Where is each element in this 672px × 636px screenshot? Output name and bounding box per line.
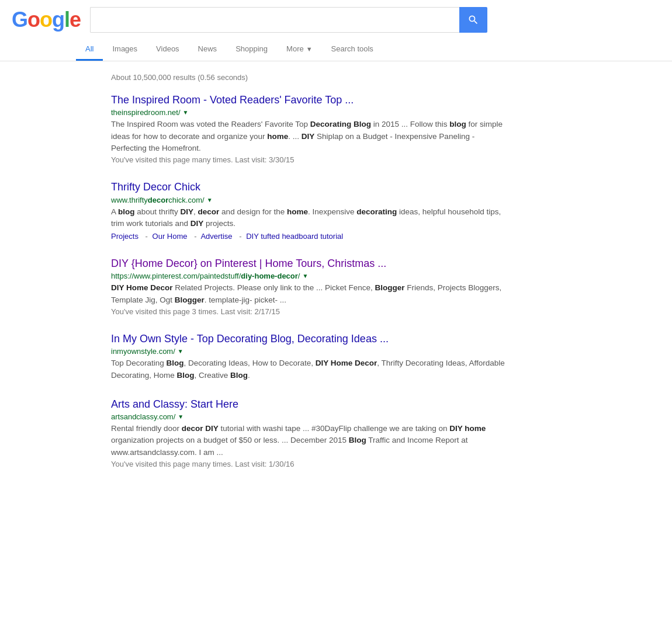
result-2: Thrifty Decor Chick www.thriftydecorchic… <box>111 180 508 241</box>
sitelink-projects[interactable]: Projects <box>111 232 138 241</box>
sitelink-diy-headboard[interactable]: DIY tufted headboard tutorial <box>246 232 343 241</box>
search-icon <box>467 14 479 26</box>
result-4-snippet: Top Decorating Blog, Decorating Ideas, H… <box>111 357 508 381</box>
search-bar: diy home decor blog <box>90 7 487 33</box>
main-content: About 10,500,000 results (0.56 seconds) … <box>0 61 672 636</box>
result-2-sitelinks: Projects - Our Home - Advertise - DIY tu… <box>111 232 508 241</box>
result-1-visit-info: You've visited this page many times. Las… <box>111 155 508 164</box>
more-dropdown-arrow: ▼ <box>306 46 313 53</box>
result-4: In My Own Style - Top Decorating Blog, D… <box>111 332 508 381</box>
result-3-dropdown-arrow[interactable]: ▼ <box>302 273 308 279</box>
result-3-url-row: https://www.pinterest.com/paintedstuff/d… <box>111 272 508 280</box>
result-5: Arts and Classy: Start Here artsandclass… <box>111 398 508 468</box>
result-1: The Inspired Room - Voted Readers' Favor… <box>111 93 508 164</box>
google-logo[interactable]: Google <box>12 8 81 32</box>
result-5-url: artsandclassy.com/ <box>111 412 175 421</box>
result-1-url-row: theinspiredroom.net/ ▼ <box>111 108 508 117</box>
result-2-url: www.thriftydecorchick.com/ <box>111 196 205 204</box>
result-4-url-row: inmyownstyle.com/ ▼ <box>111 347 508 356</box>
result-5-dropdown-arrow[interactable]: ▼ <box>178 413 183 420</box>
result-3: DIY {Home Decor} on Pinterest | Home Tou… <box>111 257 508 316</box>
result-4-url: inmyownstyle.com/ <box>111 347 175 356</box>
result-5-snippet: Rental friendly door decor DIY tutorial … <box>111 423 508 458</box>
results-count: About 10,500,000 results (0.56 seconds) <box>111 73 660 82</box>
result-4-title[interactable]: In My Own Style - Top Decorating Blog, D… <box>111 332 508 346</box>
result-4-dropdown-arrow[interactable]: ▼ <box>178 348 183 355</box>
search-input[interactable]: diy home decor blog <box>90 7 459 33</box>
tab-search-tools[interactable]: Search tools <box>322 39 383 61</box>
result-5-title[interactable]: Arts and Classy: Start Here <box>111 398 508 411</box>
nav-tabs: All Images Videos News Shopping More ▼ S… <box>76 39 660 61</box>
result-2-snippet: A blog about thrifty DIY, decor and desi… <box>111 206 508 230</box>
tab-all[interactable]: All <box>76 39 103 61</box>
result-2-dropdown-arrow[interactable]: ▼ <box>207 197 213 203</box>
tab-shopping[interactable]: Shopping <box>226 39 277 61</box>
tab-videos[interactable]: Videos <box>147 39 189 61</box>
result-1-snippet: The Inspired Room was voted the Readers'… <box>111 119 508 154</box>
result-3-visit-info: You've visited this page 3 times. Last v… <box>111 307 508 316</box>
result-1-url: theinspiredroom.net/ <box>111 108 181 117</box>
tab-news[interactable]: News <box>189 39 227 61</box>
result-3-snippet: DIY Home Decor Related Projects. Please … <box>111 282 508 306</box>
search-button[interactable] <box>459 7 487 33</box>
result-2-title[interactable]: Thrifty Decor Chick <box>111 180 508 194</box>
result-3-url: https://www.pinterest.com/paintedstuff/d… <box>111 272 300 280</box>
result-5-visit-info: You've visited this page many times. Las… <box>111 460 508 468</box>
tab-images[interactable]: Images <box>103 39 147 61</box>
result-1-dropdown-arrow[interactable]: ▼ <box>183 109 189 116</box>
result-5-url-row: artsandclassy.com/ ▼ <box>111 412 508 421</box>
result-1-title[interactable]: The Inspired Room - Voted Readers' Favor… <box>111 93 508 107</box>
result-3-title[interactable]: DIY {Home Decor} on Pinterest | Home Tou… <box>111 257 508 270</box>
sitelink-our-home[interactable]: Our Home <box>153 232 188 241</box>
header-top: Google diy home decor blog <box>12 7 660 33</box>
result-2-url-row: www.thriftydecorchick.com/ ▼ <box>111 196 508 204</box>
header: Google diy home decor blog All Images Vi… <box>0 0 672 61</box>
sitelink-advertise[interactable]: Advertise <box>200 232 232 241</box>
tab-more[interactable]: More ▼ <box>277 39 322 61</box>
